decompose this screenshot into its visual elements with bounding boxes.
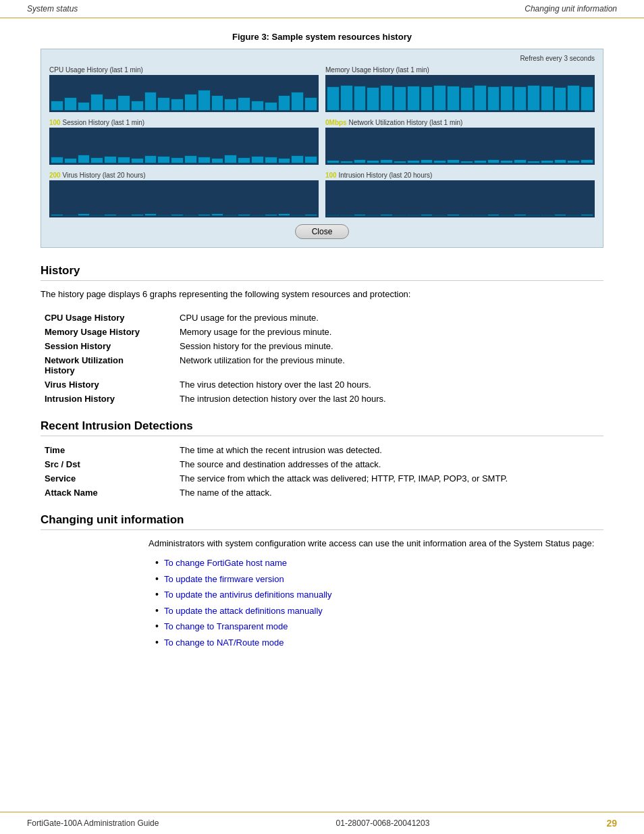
page-header: System status Changing unit information: [0, 0, 644, 18]
history-def-cpu: CPU usage for the previous minute.: [176, 311, 603, 325]
graph-bar: [238, 97, 250, 111]
graph-bar: [514, 86, 527, 111]
graph-bar: [291, 92, 304, 111]
graph-bar: [184, 94, 197, 111]
graph-bar: [304, 97, 317, 111]
graph-bar: [78, 102, 90, 111]
history-def-memory: Memory usage for the previous minute.: [176, 325, 603, 339]
history-term-session: Session History: [41, 339, 176, 353]
list-item-transparent: To change to Transparent mode: [155, 620, 603, 633]
graph-cpu-canvas: [49, 75, 319, 112]
history-heading: History: [41, 264, 603, 281]
link-nat[interactable]: To change to NAT/Route mode: [164, 636, 284, 650]
history-row-session: Session History Session history for the …: [41, 339, 603, 353]
link-transparent[interactable]: To change to Transparent mode: [164, 620, 288, 633]
graph-bar: [184, 155, 197, 163]
graph-bar: [184, 215, 197, 216]
graph-bar: [265, 214, 277, 216]
graph-network: 0Mbps Network Utilization History (last …: [325, 119, 595, 165]
graph-bar: [421, 214, 433, 216]
changing-section: Changing unit information Administrators…: [41, 513, 603, 652]
graph-bar: [157, 215, 170, 216]
close-button-row: Close: [49, 224, 595, 239]
graph-bar: [171, 157, 184, 163]
graph-bar: [541, 215, 554, 216]
history-row-intrusion: Intrusion History The intrusion detectio…: [41, 392, 603, 406]
graph-bar: [171, 214, 184, 216]
intrusion-table: Time The time at which the recent intrus…: [41, 443, 603, 500]
graph-memory-canvas: [325, 75, 595, 112]
graph-bar: [474, 85, 487, 111]
graph-bar: [144, 92, 157, 111]
graph-virus-label: 200 Virus History (last 20 hours): [49, 172, 319, 179]
graph-bar: [367, 87, 379, 111]
graph-bar: [51, 214, 63, 216]
graph-bar: [527, 85, 540, 111]
list-item-nat: To change to NAT/Route mode: [155, 636, 603, 650]
history-table: CPU Usage History CPU usage for the prev…: [41, 311, 603, 406]
changing-links-list: To change FortiGate host name To update …: [149, 556, 603, 650]
graph-bar: [104, 99, 117, 111]
graph-bar: [211, 95, 224, 111]
link-firmware[interactable]: To update the firmware version: [164, 573, 284, 586]
graph-session: 100 Session History (last 1 min): [49, 119, 319, 165]
graph-virus-canvas: [49, 180, 319, 217]
history-def-intrusion: The intrusion detection history over the…: [176, 392, 603, 406]
graph-bar: [211, 213, 224, 216]
graph-bar: [157, 97, 170, 111]
history-row-virus: Virus History The virus detection histor…: [41, 377, 603, 392]
graph-bar: [278, 95, 291, 111]
graph-bar: [64, 158, 77, 163]
graph-bar: [447, 86, 460, 111]
graph-bar: [394, 161, 406, 163]
close-button[interactable]: Close: [295, 224, 350, 239]
graph-bar: [514, 214, 527, 216]
graph-bar: [567, 160, 580, 163]
graph-bar: [487, 159, 500, 163]
graph-bar: [527, 215, 540, 216]
intrusion-term-src: Src / Dst: [41, 457, 176, 471]
changing-body: Administrators with system configuration…: [149, 537, 603, 652]
graph-bar: [474, 160, 487, 163]
graph-bar: [251, 156, 264, 163]
history-def-session: Session history for the previous minute.: [176, 339, 603, 353]
history-term-virus: Virus History: [41, 377, 176, 392]
graph-bar: [421, 86, 433, 111]
intrusion-term-time: Time: [41, 443, 176, 457]
history-term-network: Network UtilizationHistory: [41, 353, 176, 377]
graph-bar: [380, 85, 393, 111]
intrusion-section: Recent Intrusion Detections Time The tim…: [41, 419, 603, 500]
graph-network-label: 0Mbps Network Utilization History (last …: [325, 119, 595, 126]
graph-bar: [541, 86, 554, 111]
graph-bar: [117, 157, 130, 163]
link-antivirus[interactable]: To update the antivirus definitions manu…: [164, 588, 332, 602]
graph-memory: Memory Usage History (last 1 min): [325, 66, 595, 112]
graph-virus: 200 Virus History (last 20 hours): [49, 172, 319, 217]
graph-cpu-label: CPU Usage History (last 1 min): [49, 66, 319, 74]
graph-bar: [433, 215, 446, 216]
graph-bar: [407, 215, 420, 216]
graph-bar: [224, 99, 237, 111]
link-hostname[interactable]: To change FortiGate host name: [164, 556, 287, 570]
intrusion-yellow-label: 100: [325, 172, 337, 179]
graph-bar: [500, 86, 513, 111]
graph-bar: [407, 160, 420, 163]
graph-bar: [340, 85, 353, 111]
graph-bar: [487, 214, 500, 216]
graph-bar: [433, 85, 446, 111]
graph-bar: [144, 155, 157, 163]
graph-bar: [64, 215, 77, 216]
virus-yellow-label: 200: [49, 172, 61, 179]
link-attack[interactable]: To update the attack definitions manuall…: [164, 604, 323, 618]
graph-bar: [211, 158, 224, 163]
graph-bar: [340, 161, 353, 163]
graph-bar: [433, 160, 446, 163]
graph-bar: [354, 86, 367, 111]
graph-bar: [460, 161, 473, 163]
graph-bar: [487, 86, 500, 111]
graph-bar: [304, 156, 317, 163]
graph-bar: [90, 94, 103, 111]
history-row-cpu: CPU Usage History CPU usage for the prev…: [41, 311, 603, 325]
graph-bar: [581, 214, 593, 216]
intrusion-row-time: Time The time at which the recent intrus…: [41, 443, 603, 457]
